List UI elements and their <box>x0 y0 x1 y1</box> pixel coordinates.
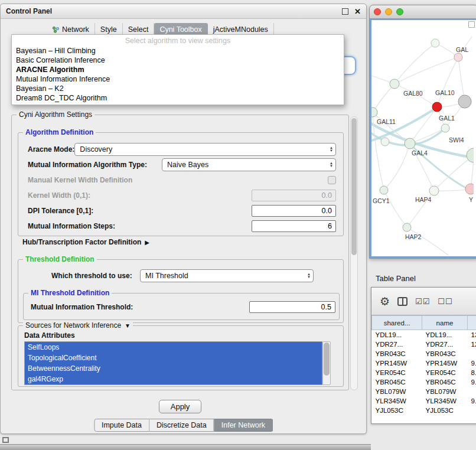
mi-type-combobox[interactable]: Naive Bayes ▲▼ <box>162 158 336 171</box>
column-header-extra[interactable] <box>468 316 476 330</box>
attribute-item-betweennesscentrality[interactable]: BetweennessCentrality <box>25 363 322 374</box>
table-cell[interactable]: YBR043C <box>422 349 468 358</box>
dpi-tolerance-input[interactable] <box>252 205 336 217</box>
collapse-down-icon[interactable]: ▼ <box>125 322 131 329</box>
table-cell[interactable]: YER054C <box>372 368 422 377</box>
which-threshold-combobox[interactable]: MI Threshold ▲▼ <box>140 269 314 282</box>
attribute-item-gal4rgexp[interactable]: gal4RGexp <box>25 374 322 384</box>
float-panel-icon[interactable] <box>342 8 348 15</box>
table-cell[interactable]: YBL079W <box>372 387 422 396</box>
network-node[interactable] <box>405 138 415 149</box>
table-cell[interactable]: 9. <box>468 396 476 406</box>
algorithm-option-aracne-algorithm[interactable]: ARACNE Algorithm <box>12 65 344 74</box>
table-cell[interactable]: YJL053C <box>422 406 468 415</box>
algorithm-option-mutual-information-inference[interactable]: Mutual Information Inference <box>12 74 344 84</box>
table-cell[interactable]: YPR145W <box>422 358 468 368</box>
network-window-titlebar[interactable] <box>370 5 476 19</box>
table-cell[interactable]: YJL053C <box>372 406 422 415</box>
zoom-window-icon[interactable] <box>396 8 403 15</box>
table-cell[interactable] <box>468 406 476 415</box>
column-header-shared[interactable]: shared... <box>372 316 422 330</box>
table-cell[interactable]: YBR045C <box>372 377 422 387</box>
table-row[interactable]: YBR043CYBR043C <box>372 349 476 358</box>
checked-rows-icon[interactable]: ☑☑ <box>415 297 430 306</box>
bottom-tab-infer-network[interactable]: Infer Network <box>214 419 273 432</box>
network-node[interactable] <box>381 138 389 146</box>
unchecked-rows-icon[interactable]: ☐☐ <box>438 297 452 306</box>
table-cell[interactable] <box>468 387 476 396</box>
table-cell[interactable]: 8. <box>468 368 476 377</box>
table-cell[interactable]: 13 <box>468 330 476 340</box>
columns-icon[interactable] <box>397 297 407 306</box>
tab-network[interactable]: Network <box>47 23 95 35</box>
network-node[interactable] <box>390 79 399 89</box>
collapsed-panel-icon[interactable] <box>2 437 9 443</box>
table-cell[interactable]: YBR045C <box>422 377 468 387</box>
gear-icon[interactable]: ⚙ <box>380 295 390 308</box>
algorithm-option-dream8-dc-tdc-algorithm[interactable]: Dream8 DC_TDC Algorithm <box>12 93 344 103</box>
table-cell[interactable]: 9. <box>468 358 476 368</box>
apply-button[interactable]: Apply <box>159 400 201 413</box>
close-window-icon[interactable] <box>374 8 381 15</box>
network-edge[interactable] <box>437 57 458 107</box>
table-cell[interactable]: YPR145W <box>372 358 422 368</box>
table-row[interactable]: YLR345WYLR345W9. <box>372 396 476 406</box>
network-node[interactable] <box>458 95 471 108</box>
network-node[interactable] <box>429 186 439 195</box>
tab-select[interactable]: Select <box>123 23 155 35</box>
table-cell[interactable]: YBR043C <box>372 349 422 358</box>
mi-threshold-input[interactable] <box>249 301 335 313</box>
table-row[interactable]: YPR145WYPR145W9. <box>372 358 476 368</box>
network-edge[interactable] <box>395 43 435 84</box>
close-panel-icon[interactable]: ✕ <box>354 7 361 16</box>
attribute-item-selfloops[interactable]: SelfLoops <box>25 342 322 353</box>
bottom-tab-impute-data[interactable]: Impute Data <box>94 419 149 432</box>
table-row[interactable]: YJL053CYJL053C <box>372 406 476 415</box>
table-row[interactable]: YDL19...YDL19...13 <box>372 330 476 340</box>
table-cell[interactable]: YDL19... <box>422 330 468 340</box>
table-cell[interactable]: 12 <box>468 340 476 349</box>
mi-steps-input[interactable] <box>252 220 336 232</box>
network-node[interactable] <box>380 186 388 194</box>
network-edge[interactable] <box>395 57 458 84</box>
table-cell[interactable]: YLR345W <box>422 396 468 406</box>
minimize-window-icon[interactable] <box>385 8 392 15</box>
table-cell[interactable] <box>468 349 476 358</box>
network-canvas[interactable]: GALGAL80GAL10GAL11GAL1SWI4GAL4GCY1HAP4HA… <box>370 18 476 258</box>
attribute-item-topologicalcoefficient[interactable]: TopologicalCoefficient <box>25 353 322 363</box>
table-cell[interactable]: YDR27... <box>422 340 468 349</box>
tab-style[interactable]: Style <box>95 23 123 35</box>
network-node[interactable] <box>454 53 462 61</box>
network-edge[interactable] <box>373 84 395 112</box>
tab-cyni-toolbox[interactable]: Cyni Toolbox <box>154 23 207 35</box>
aracne-mode-combobox[interactable]: Discovery ▲▼ <box>74 143 336 156</box>
network-edge[interactable] <box>407 227 448 255</box>
table-cell[interactable]: YER054C <box>422 368 468 377</box>
data-attributes-list[interactable]: SelfLoopsTopologicalCoefficientBetweenne… <box>24 341 322 385</box>
column-header-name[interactable]: name <box>422 316 468 330</box>
bottom-tab-discretize-data[interactable]: Discretize Data <box>149 419 214 432</box>
tab-jactivemnodules[interactable]: jActiveMNodules <box>208 23 274 35</box>
table-row[interactable]: YBL079WYBL079W <box>372 387 476 396</box>
attributes-scrollbar-thumb[interactable] <box>324 343 330 376</box>
table-cell[interactable]: YDR27... <box>372 340 422 349</box>
table-row[interactable]: YER054CYER054C8. <box>372 368 476 377</box>
attributes-scrollbar[interactable] <box>322 341 331 385</box>
algorithm-option-bayesian-k2[interactable]: Bayesian – K2 <box>12 84 344 93</box>
network-node[interactable] <box>431 39 439 47</box>
algorithm-option-basic-correlation-inference[interactable]: Basic Correlation Inference <box>12 56 344 65</box>
table-cell[interactable]: YDL19... <box>372 330 422 340</box>
table-cell[interactable]: 9. <box>468 377 476 387</box>
settings-scrollbar[interactable] <box>350 116 358 390</box>
network-edge[interactable] <box>384 144 410 190</box>
settings-scrollbar-thumb[interactable] <box>351 118 357 255</box>
table-cell[interactable]: YBL079W <box>422 387 468 396</box>
algorithm-option-bayesian-hill-climbing[interactable]: Bayesian – Hill Climbing <box>12 46 344 56</box>
network-node[interactable] <box>403 223 411 231</box>
table-cell[interactable]: YLR345W <box>372 396 422 406</box>
table-row[interactable]: YBR045CYBR045C9. <box>372 377 476 387</box>
network-node[interactable] <box>441 124 449 132</box>
hub-definition-toggle[interactable]: Hub/Transcription Factor Definition ▶ <box>22 237 149 247</box>
network-node[interactable] <box>432 102 442 112</box>
network-scrollbar-button[interactable] <box>468 21 475 28</box>
